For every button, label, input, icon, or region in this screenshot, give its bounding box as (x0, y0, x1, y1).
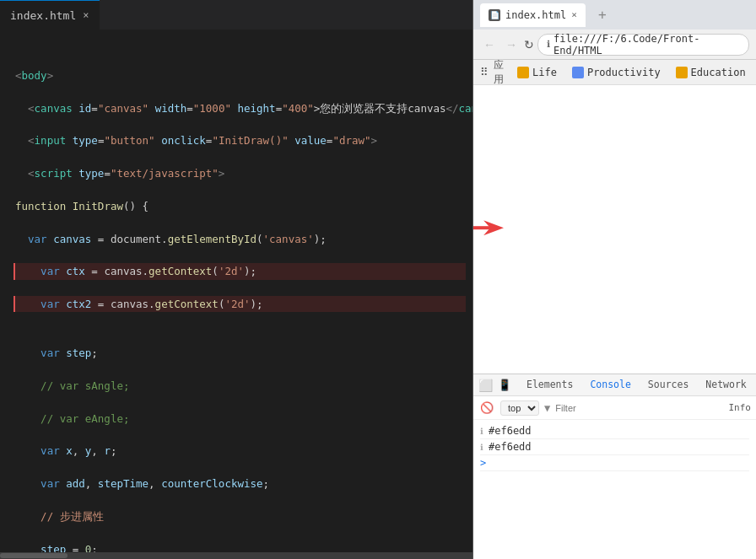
back-button[interactable]: ← (480, 36, 499, 53)
bookmark-education-label: Education (691, 67, 746, 78)
life-bookmark-icon (517, 67, 529, 78)
bookmark-life-label: Life (532, 67, 557, 78)
code-line: step = 0; (14, 541, 466, 552)
code-line: // var eAngle; (14, 411, 466, 427)
devtools-console[interactable]: ℹ #ef6edd ℹ #ef6edd > (473, 420, 756, 559)
code-line: var add, stepTime, counterClockwise; (14, 476, 466, 492)
code-line: // var sAngle; (14, 378, 466, 394)
code-line-hl: var ctx = canvas.getContext('2d'); (14, 263, 466, 279)
browser-title-bar: 📄 index.html × + (473, 0, 756, 30)
editor-content[interactable]: <body> <canvas id="canvas" width="1000" … (0, 30, 472, 552)
code-line-hl: var ctx2 = canvas.getContext('2d'); (14, 296, 466, 312)
bookmark-education[interactable]: Education (671, 65, 751, 80)
bookmark-productivity-label: Productivity (587, 67, 661, 78)
education-bookmark-icon (676, 67, 688, 78)
code-line: var canvas = document.getElementById('ca… (14, 231, 466, 247)
context-select[interactable]: top (500, 400, 539, 416)
bookmark-productivity[interactable]: Productivity (567, 65, 666, 80)
editor-tab[interactable]: index.html × (0, 0, 100, 30)
browser-canvas-area (473, 85, 756, 374)
code-line: function InitDraw() { (14, 198, 466, 214)
code-line: var step; (14, 345, 466, 361)
mobile-view-button[interactable]: 📱 (496, 377, 513, 393)
address-text: file:///F:/6.Code/Front-End/HTML (554, 33, 740, 56)
console-prompt-line[interactable]: > (480, 455, 749, 471)
devtools-tab-console[interactable]: Console (581, 373, 639, 398)
new-tab-button[interactable]: + (594, 3, 611, 27)
editor-tab-bar: index.html × (0, 0, 472, 30)
apps-label: 应用 (494, 58, 504, 87)
svg-rect-1 (473, 226, 490, 229)
browser-tab-label: index.html (505, 9, 566, 21)
scrollbar-thumb[interactable] (0, 553, 68, 558)
forward-button[interactable]: → (502, 36, 521, 53)
editor-tab-label: index.html (10, 9, 76, 22)
code-line: <canvas id="canvas" width="1000" height=… (14, 100, 466, 116)
devtools-panel: ⬜ 📱 Elements Console Sources Network Per… (473, 374, 756, 559)
devtools-tab-elements[interactable]: Elements (518, 373, 581, 398)
horizontal-scrollbar[interactable] (0, 552, 472, 559)
devtools-header: ⬜ 📱 Elements Console Sources Network Per (473, 374, 756, 396)
console-output-icon: ℹ (480, 427, 483, 436)
console-line-2: ℹ #ef6edd (480, 439, 749, 455)
code-line: // 步进属性 (14, 508, 466, 524)
address-lock-icon: ℹ (547, 39, 550, 50)
refresh-button[interactable]: ↻ (524, 38, 534, 51)
code-line: <input type="button" onclick="InitDraw()… (14, 132, 466, 148)
browser-tab-close[interactable]: × (571, 9, 577, 20)
browser-panel: 📄 index.html × + ← → ↻ ℹ file:///F:/6.Co… (472, 0, 756, 559)
address-bar[interactable]: ℹ file:///F:/6.Code/Front-End/HTML (537, 34, 749, 56)
code-line: var x, y, r; (14, 443, 466, 459)
page-icon: 📄 (489, 9, 500, 21)
red-arrow-indicator (473, 220, 504, 235)
filter-input[interactable] (555, 403, 723, 413)
devtools-toolbar: 🚫 top ▼ Info (473, 396, 756, 420)
devtools-tab-network[interactable]: Network (697, 373, 754, 398)
devtools-tabs: Elements Console Sources Network Per (518, 373, 756, 398)
devtools-tab-sources[interactable]: Sources (640, 373, 697, 398)
inspect-element-button[interactable]: ⬜ (477, 377, 494, 394)
code-area: <body> <canvas id="canvas" width="1000" … (0, 35, 472, 552)
console-output-text-1: #ef6edd (489, 425, 532, 437)
context-dropdown-icon: ▼ (544, 402, 550, 414)
editor-tab-close[interactable]: × (83, 9, 89, 21)
code-line: <body> (14, 67, 466, 83)
code-line: <script type="text/javascript"> (14, 165, 466, 181)
console-output-icon-2: ℹ (480, 443, 483, 452)
browser-nav-bar: ← → ↻ ℹ file:///F:/6.Code/Front-End/HTML (473, 30, 756, 60)
console-prompt-text: > (480, 457, 486, 469)
console-output-text-2: #ef6edd (489, 441, 532, 453)
bookmark-life[interactable]: Life (512, 65, 562, 80)
editor-panel: index.html × <body> <canvas id="canvas" … (0, 0, 472, 559)
info-badge: Info (729, 402, 752, 413)
bookmarks-bar: ⠿ 应用 Life Productivity Education (473, 60, 756, 85)
productivity-bookmark-icon (572, 67, 584, 78)
browser-tab[interactable]: 📄 index.html × (480, 3, 586, 27)
console-line-1: ℹ #ef6edd (480, 423, 749, 439)
clear-console-button[interactable]: 🚫 (478, 400, 495, 416)
apps-icon[interactable]: ⠿ (480, 66, 489, 78)
